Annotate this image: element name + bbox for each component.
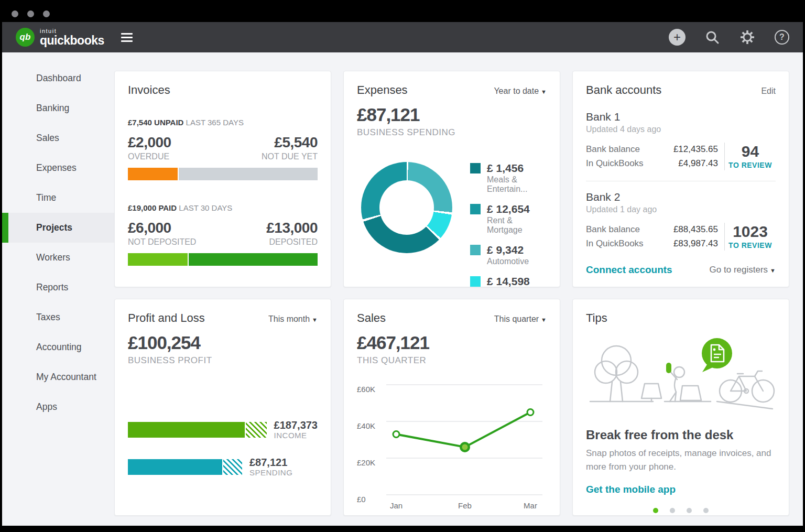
svg-text:Feb: Feb — [458, 501, 472, 510]
bank-balance-value: £12,435.65 — [673, 143, 718, 156]
not-deposited-label: NOT DEPOSITED — [128, 237, 196, 247]
bank-name: Bank 1 — [586, 111, 776, 123]
spending-bar-row: £87,121 SPENDING — [128, 457, 318, 477]
bank2-to-review[interactable]: 1023 TO REVIEW — [724, 223, 776, 251]
sidebar-item-my-accountant[interactable]: My Accountant — [2, 362, 114, 392]
chevron-down-icon: ▼ — [770, 267, 776, 274]
profit-loss-bars: £187,373 INCOME £87,121 SPENDING — [128, 419, 318, 477]
income-label: INCOME — [274, 431, 318, 440]
not-due-segment — [179, 168, 318, 180]
help-icon[interactable]: ? — [775, 30, 789, 45]
window-controls — [12, 10, 50, 17]
window-zoom-button[interactable] — [43, 10, 50, 17]
income-bar[interactable] — [128, 422, 245, 438]
legend-item: £ 14,598Travel Expenses — [470, 275, 547, 287]
profit-loss-card: Profit and Loss This month▼ £100,254 BUS… — [114, 299, 331, 516]
profit-loss-title: Profit and Loss — [128, 311, 205, 325]
sales-line-chart[interactable]: £60K£40K£20K£0JanFebMar — [357, 375, 548, 511]
spending-amount: £87,121 — [249, 457, 292, 468]
chevron-down-icon: ▼ — [541, 317, 547, 323]
sidebar-item-dashboard[interactable]: Dashboard — [2, 63, 114, 93]
get-mobile-app-link[interactable]: Get the mobile app — [586, 484, 676, 495]
overdue-amount: £2,000 — [128, 134, 171, 151]
bank-balance-value: £88,435.65 — [673, 223, 718, 236]
sidebar-item-taxes[interactable]: Taxes — [2, 302, 114, 332]
paid-bar[interactable] — [128, 253, 318, 266]
sales-card: Sales This quarter▼ £467,121 THIS QUARTE… — [343, 299, 560, 516]
bank-updated: Updated 1 day ago — [586, 205, 776, 214]
qb-logo-icon: qb — [16, 28, 35, 47]
not-due-label: NOT DUE YET — [262, 152, 318, 161]
tips-title: Tips — [586, 311, 607, 325]
search-icon[interactable] — [704, 29, 720, 45]
legend-item: £ 1,456Meals & Entertain... — [470, 162, 547, 194]
sidebar-item-apps[interactable]: Apps — [2, 392, 114, 422]
carousel-dot[interactable] — [703, 508, 709, 513]
legend-item: £ 9,342Automotive — [470, 244, 547, 266]
connect-accounts-link[interactable]: Connect accounts — [586, 264, 672, 276]
unpaid-bar[interactable] — [128, 168, 318, 180]
sales-amount: £467,121 — [357, 332, 547, 353]
create-plus-icon[interactable]: + — [669, 29, 686, 46]
sidebar-item-time[interactable]: Time — [2, 183, 114, 213]
expenses-legend: £ 1,456Meals & Entertain... £ 12,654Rent… — [470, 162, 547, 287]
sales-range-dropdown[interactable]: This quarter▼ — [494, 314, 547, 324]
paid-summary: £19,000 PAID LAST 30 DAYS — [128, 203, 318, 212]
edit-link[interactable]: Edit — [761, 86, 776, 96]
dashboard-grid: Invoices £7,540 UNPAID LAST 365 DAYS £2,… — [114, 52, 803, 526]
income-bar-hatch — [246, 422, 266, 438]
sidebar-item-accounting[interactable]: Accounting — [2, 332, 114, 362]
quickbooks-wordmark: quickbooks — [40, 35, 104, 47]
receipt-bubble-icon — [702, 338, 732, 372]
profit-subtitle: BUSINESS PROFIT — [128, 355, 318, 366]
spending-bar[interactable] — [128, 459, 222, 475]
bank-name: Bank 2 — [586, 191, 776, 203]
not-deposited-segment — [128, 253, 188, 266]
expenses-title: Expenses — [357, 83, 408, 97]
legend-swatch — [470, 204, 481, 214]
carousel-dot[interactable] — [653, 508, 658, 513]
profit-loss-range-dropdown[interactable]: This month▼ — [268, 314, 318, 324]
window-close-button[interactable] — [12, 10, 18, 17]
carousel-dot[interactable] — [670, 508, 675, 513]
chevron-down-icon: ▼ — [312, 317, 318, 323]
not-due-amount: £5,540 — [262, 134, 318, 151]
sidebar-item-projects[interactable]: Projects — [2, 213, 114, 243]
bank1-to-review[interactable]: 94 TO REVIEW — [724, 143, 776, 170]
carousel-dot[interactable] — [687, 508, 692, 513]
svg-text:£60K: £60K — [357, 385, 375, 394]
expenses-donut-chart[interactable] — [361, 162, 452, 253]
deposited-segment — [189, 253, 318, 266]
income-amount: £187,373 — [274, 419, 318, 431]
overdue-segment — [128, 168, 178, 180]
expenses-amount: £87,121 — [357, 104, 547, 125]
invoices-title: Invoices — [128, 83, 170, 97]
window-minimize-button[interactable] — [27, 10, 34, 17]
go-to-registers-dropdown[interactable]: Go to registers▼ — [710, 265, 776, 275]
bank-accounts-card: Bank accounts Edit Bank 1 Updated 4 days… — [572, 71, 789, 287]
profit-amount: £100,254 — [128, 332, 318, 353]
bank-accounts-title: Bank accounts — [586, 83, 661, 97]
menu-icon[interactable] — [121, 33, 133, 42]
sidebar-item-sales[interactable]: Sales — [2, 123, 114, 153]
svg-text:Mar: Mar — [524, 501, 537, 510]
sidebar-item-workers[interactable]: Workers — [2, 243, 114, 273]
tips-illustration — [586, 333, 777, 416]
tips-body: Snap photos of receipts, manage invoices… — [586, 447, 775, 473]
expenses-range-dropdown[interactable]: Year to date▼ — [494, 86, 547, 96]
app-header: qb intuit quickbooks + ? — [2, 22, 803, 52]
sidebar-item-banking[interactable]: Banking — [2, 93, 114, 123]
sales-subtitle: THIS QUARTER — [357, 355, 547, 366]
gear-icon[interactable] — [739, 29, 756, 46]
sidebar-item-expenses[interactable]: Expenses — [2, 153, 114, 183]
divider — [586, 181, 776, 181]
overdue-label: OVERDUE — [128, 152, 171, 161]
spending-bar-hatch — [223, 459, 242, 475]
content-area: Dashboard Banking Sales Expenses Time Pr… — [2, 52, 803, 526]
svg-text:£40K: £40K — [357, 421, 375, 430]
sales-title: Sales — [357, 311, 386, 325]
sidebar-item-reports[interactable]: Reports — [2, 273, 114, 302]
not-deposited-amount: £6,000 — [128, 220, 196, 236]
legend-swatch — [470, 276, 481, 287]
svg-text:£20K: £20K — [357, 458, 375, 467]
